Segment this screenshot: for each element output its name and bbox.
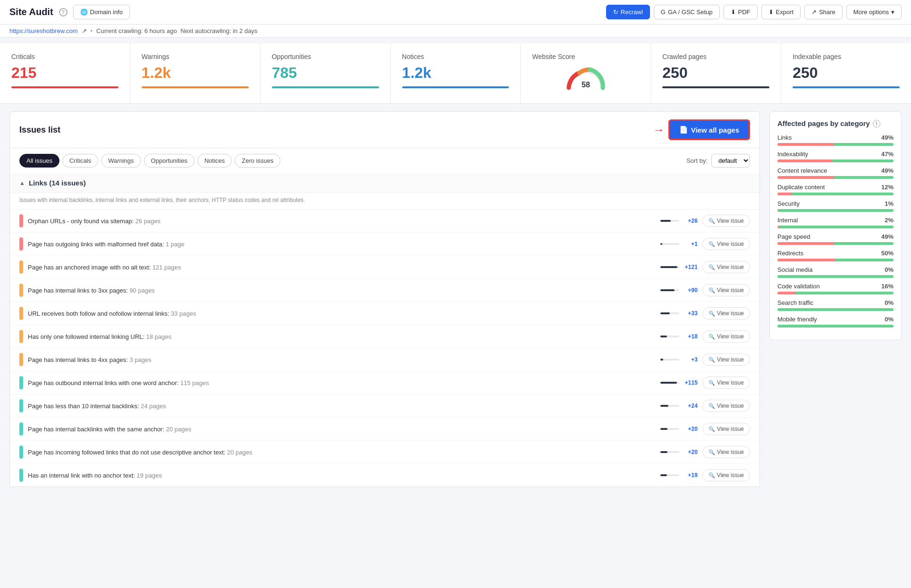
filter-tab-notices[interactable]: Notices (197, 154, 232, 168)
affected-row-security[interactable]: Security 1% (777, 200, 894, 212)
sort-by-label: Sort by: (686, 157, 708, 164)
issue-count: 18 pages (146, 333, 172, 340)
affected-row-links[interactable]: Links 49% (777, 134, 894, 146)
share-button[interactable]: ↗ Share (804, 5, 843, 19)
issue-count: 3 pages (129, 356, 151, 363)
top-bar-left: Site Audit ? 🌐 Domain info (9, 5, 130, 19)
affected-row-indexability[interactable]: Indexability 47% (777, 151, 894, 162)
issue-text: URL receives both follow and nofollow in… (28, 310, 655, 317)
filter-tab-all-issues[interactable]: All issues (19, 154, 59, 168)
view-issue-button[interactable]: 🔍 View issue (702, 330, 750, 343)
help-icon[interactable]: ? (59, 8, 67, 17)
filter-tab-warnings[interactable]: Warnings (101, 154, 141, 168)
filter-tab-opportunities[interactable]: Opportunities (144, 154, 194, 168)
search-icon: 🔍 (709, 264, 715, 270)
view-issue-button[interactable]: 🔍 View issue (702, 284, 750, 296)
issue-name: Page has outgoing links with malformed h… (28, 241, 164, 248)
view-issue-button[interactable]: 🔍 View issue (702, 238, 750, 250)
view-issue-button[interactable]: 🔍 View issue (702, 377, 750, 389)
affected-row-code-validation[interactable]: Code validation 16% (777, 283, 894, 294)
view-issue-button[interactable]: 🔍 View issue (702, 400, 750, 412)
info-icon[interactable]: i (873, 120, 880, 127)
bar-green-segment (832, 160, 894, 162)
affected-row-duplicate-content[interactable]: Duplicate content 12% (777, 184, 894, 195)
ga-gsc-label: GA / GSC Setup (668, 8, 713, 16)
affected-row-redirects[interactable]: Redirects 50% (777, 250, 894, 261)
issue-text: Page has incoming followed links that do… (28, 449, 655, 456)
issue-count: 90 pages (129, 287, 155, 294)
ga-gsc-button[interactable]: G GA / GSC Setup (654, 5, 720, 19)
affected-row-page-speed[interactable]: Page speed 49% (777, 233, 894, 245)
site-url-link[interactable]: https://sureshotbrew.com (9, 27, 78, 34)
issue-delta: +18 (660, 333, 698, 340)
stat-value: 1.2k (142, 64, 249, 82)
issue-severity-indicator (19, 422, 23, 436)
issue-row: Has an internal link with no anchor text… (10, 464, 759, 487)
delta-bar-fill (660, 220, 671, 222)
issue-name: Orphan URLs - only found via sitemap: (28, 218, 134, 225)
view-issue-button[interactable]: 🔍 View issue (702, 423, 750, 435)
affected-percentage: 16% (881, 283, 894, 290)
pdf-label: PDF (738, 8, 751, 16)
affected-row-social-media[interactable]: Social media 0% (777, 266, 894, 278)
affected-row-header: Page speed 49% (777, 233, 894, 240)
bar-green-segment (835, 259, 894, 261)
top-bar: Site Audit ? 🌐 Domain info ↻ Recrawl G G… (0, 0, 911, 25)
export-label: Export (776, 8, 794, 16)
crawl-status: Current crawling: 6 hours ago (96, 27, 177, 34)
export-button[interactable]: ⬇ Export (761, 5, 801, 19)
recrawl-button[interactable]: ↻ Recrawl (606, 5, 650, 19)
view-issue-button[interactable]: 🔍 View issue (702, 307, 750, 319)
issue-delta: +24 (660, 403, 698, 409)
view-issue-label: View issue (717, 287, 744, 294)
stat-card-opportunities[interactable]: Opportunities 785 (261, 43, 391, 103)
stat-card-crawled-pages[interactable]: Crawled pages 250 (651, 43, 781, 103)
more-options-button[interactable]: More options ▾ (846, 5, 902, 19)
stat-card-indexable-pages[interactable]: Indexable pages 250 (781, 43, 911, 103)
stat-card-criticals[interactable]: Criticals 215 (0, 43, 130, 103)
view-issue-button[interactable]: 🔍 View issue (702, 215, 750, 227)
affected-bar (777, 176, 894, 179)
red-arrow-icon: → (653, 123, 665, 136)
delta-bar-fill (660, 359, 663, 361)
issue-row: Page has outbound internal links with on… (10, 371, 759, 395)
affected-row-header: Duplicate content 12% (777, 184, 894, 191)
view-issue-button[interactable]: 🔍 View issue (702, 446, 750, 458)
view-issue-label: View issue (717, 426, 744, 432)
view-issue-button[interactable]: 🔍 View issue (702, 469, 750, 481)
view-issue-button[interactable]: 🔍 View issue (702, 353, 750, 366)
affected-percentage: 49% (881, 134, 894, 141)
issue-row: Page has an anchored image with no alt t… (10, 256, 759, 279)
affected-row-search-traffic[interactable]: Search traffic 0% (777, 299, 894, 311)
pdf-button[interactable]: ⬇ PDF (724, 5, 758, 19)
affected-bar (777, 143, 894, 146)
stat-card-website-score[interactable]: Website Score 58 (521, 43, 651, 103)
bar-green-segment (792, 193, 894, 195)
affected-bar (777, 226, 894, 228)
stat-card-notices[interactable]: Notices 1.2k (391, 43, 521, 103)
filter-tab-criticals[interactable]: Criticals (62, 154, 98, 168)
issue-count: 33 pages (171, 310, 196, 317)
affected-row-internal[interactable]: Internal 2% (777, 217, 894, 228)
affected-category-label: Page speed (777, 233, 810, 240)
view-issue-label: View issue (717, 241, 744, 247)
view-all-annotation: → 📄 View all pages (653, 119, 750, 140)
affected-row-header: Code validation 16% (777, 283, 894, 290)
external-link-icon: ↗ (82, 27, 87, 34)
view-issue-label: View issue (717, 403, 744, 409)
domain-info-button[interactable]: 🌐 Domain info (73, 5, 130, 19)
sort-select[interactable]: default (711, 154, 750, 168)
affected-row-mobile-friendly[interactable]: Mobile friendly 0% (777, 316, 894, 328)
export-icon: ⬇ (768, 8, 774, 16)
issue-text: Has an internal link with no anchor text… (28, 472, 655, 479)
issue-name: URL receives both follow and nofollow in… (28, 310, 169, 317)
affected-row-content-relevance[interactable]: Content relevance 49% (777, 167, 894, 179)
issue-row: Orphan URLs - only found via sitemap: 26… (10, 210, 759, 233)
view-issue-button[interactable]: 🔍 View issue (702, 261, 750, 273)
view-all-pages-button[interactable]: 📄 View all pages (668, 119, 750, 140)
bar-red-segment (777, 176, 835, 179)
issue-text: Has only one followed internal linking U… (28, 333, 655, 340)
stat-value: 1.2k (402, 64, 509, 82)
filter-tab-zero-issues[interactable]: Zero issues (235, 154, 280, 168)
stat-card-warnings[interactable]: Warnings 1.2k (130, 43, 261, 103)
